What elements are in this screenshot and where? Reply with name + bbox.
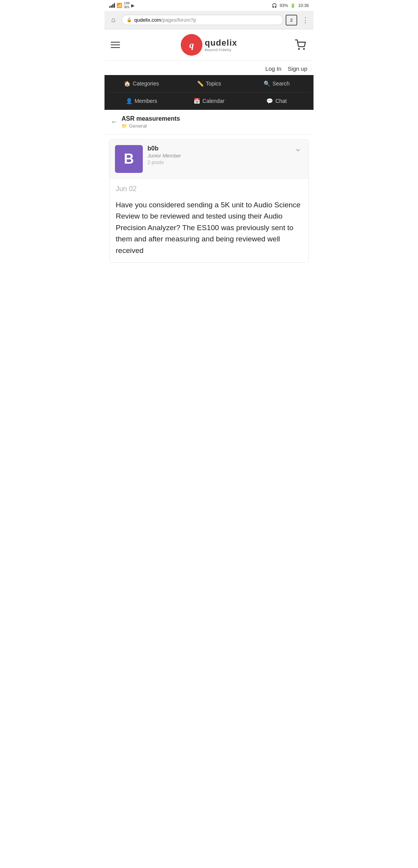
chat-icon: 💬 <box>266 98 273 104</box>
site-header: q qudelix Beyond Fidelity <box>104 29 314 61</box>
logo-name: qudelix <box>205 38 237 48</box>
username: b0b <box>147 145 288 152</box>
logo-q-svg: q <box>185 38 199 52</box>
nav-search-label: Search <box>272 80 290 87</box>
svg-point-2 <box>298 48 299 49</box>
expand-button[interactable] <box>293 145 303 157</box>
url-bar[interactable]: 🔒 qudelix.com/pages/forum?p <box>122 15 283 25</box>
browser-tabs-button[interactable]: 2 <box>286 15 297 26</box>
folder-icon: 📁 <box>122 123 127 129</box>
site-logo[interactable]: q qudelix Beyond Fidelity <box>181 34 237 56</box>
nav-search[interactable]: 🔍 Search <box>243 75 310 92</box>
avatar: B <box>115 145 143 173</box>
post-count: 2 posts <box>147 159 288 165</box>
nav-members-label: Members <box>135 98 157 104</box>
browser-home-button[interactable]: ⌂ <box>108 14 119 26</box>
forum-nav: 🏠 Categories ✏️ Topics 🔍 Search 👤 Member… <box>104 75 314 110</box>
breadcrumb-content: ASR measurements 📁 General <box>122 115 180 129</box>
headphone-icon: 🎧 <box>272 3 277 8</box>
nav-members[interactable]: 👤 Members <box>108 92 175 110</box>
post-date: Jun 02 <box>116 185 302 193</box>
browser-menu-button[interactable]: ⋮ <box>300 15 310 26</box>
forum-nav-grid: 🏠 Categories ✏️ Topics 🔍 Search 👤 Member… <box>108 75 310 110</box>
hamburger-icon <box>111 47 120 48</box>
post-card: B b0b Junior Member 2 posts Jun 02 Have … <box>109 139 309 263</box>
post-header: B b0b Junior Member 2 posts <box>110 140 308 179</box>
signal-icon <box>109 3 115 8</box>
person-icon: 👤 <box>126 98 132 104</box>
clock: 10:36 <box>298 3 309 8</box>
calendar-icon: 📅 <box>194 98 200 104</box>
nav-categories[interactable]: 🏠 Categories <box>108 75 175 92</box>
home-icon: ⌂ <box>111 16 116 24</box>
nav-topics[interactable]: ✏️ Topics <box>175 75 243 92</box>
chevron-down-icon <box>295 147 302 154</box>
login-link[interactable]: Log In <box>265 65 281 72</box>
signup-link[interactable]: Sign up <box>288 65 307 72</box>
post-body: Jun 02 Have you considered sending a 5K … <box>110 179 308 262</box>
hamburger-icon <box>111 44 120 45</box>
cart-button[interactable] <box>293 38 307 52</box>
auth-links: Log In Sign up <box>104 61 314 75</box>
nav-calendar-label: Calendar <box>202 98 224 104</box>
user-role: Junior Member <box>147 153 288 159</box>
breadcrumb-title: ASR measurements <box>122 115 180 122</box>
pencil-icon: ✏️ <box>197 80 204 87</box>
wifi-icon: 📶 <box>116 3 122 8</box>
nav-calendar[interactable]: 📅 Calendar <box>175 92 243 110</box>
logo-tagline: Beyond Fidelity <box>205 48 237 52</box>
battery-icon: 🔋 <box>290 3 296 8</box>
back-arrow-icon[interactable]: ← <box>111 118 118 126</box>
nav-chat[interactable]: 💬 Chat <box>243 92 310 110</box>
breadcrumb-sub: 📁 General <box>122 123 180 129</box>
breadcrumb-category: General <box>129 123 147 129</box>
url-text: qudelix.com/pages/forum?p <box>134 17 196 23</box>
svg-point-3 <box>303 48 304 49</box>
status-left: 📶 199 B/s ▶ <box>109 2 134 9</box>
search-icon: 🔍 <box>264 80 270 87</box>
logo-icon: q <box>181 34 202 56</box>
network-speed: 199 B/s <box>124 2 130 9</box>
battery-level: 93% <box>279 3 288 8</box>
play-icon: ▶ <box>131 3 134 8</box>
user-info: b0b Junior Member 2 posts <box>147 145 288 165</box>
svg-text:q: q <box>189 40 194 50</box>
hamburger-icon <box>111 42 120 43</box>
more-icon: ⋮ <box>302 16 308 24</box>
nav-categories-label: Categories <box>133 80 159 87</box>
status-right: 🎧 93% 🔋 10:36 <box>272 3 309 8</box>
post-content: Have you considered sending a 5K unit to… <box>116 199 302 256</box>
status-bar: 📶 199 B/s ▶ 🎧 93% 🔋 10:36 <box>104 0 314 11</box>
menu-button[interactable] <box>111 38 125 52</box>
breadcrumb: ← ASR measurements 📁 General <box>104 110 314 135</box>
nav-chat-label: Chat <box>275 98 287 104</box>
home-nav-icon: 🏠 <box>124 80 130 87</box>
browser-bar: ⌂ 🔒 qudelix.com/pages/forum?p 2 ⋮ <box>104 11 314 29</box>
nav-topics-label: Topics <box>206 80 221 87</box>
cart-icon <box>295 39 306 50</box>
lock-icon: 🔒 <box>127 17 132 22</box>
